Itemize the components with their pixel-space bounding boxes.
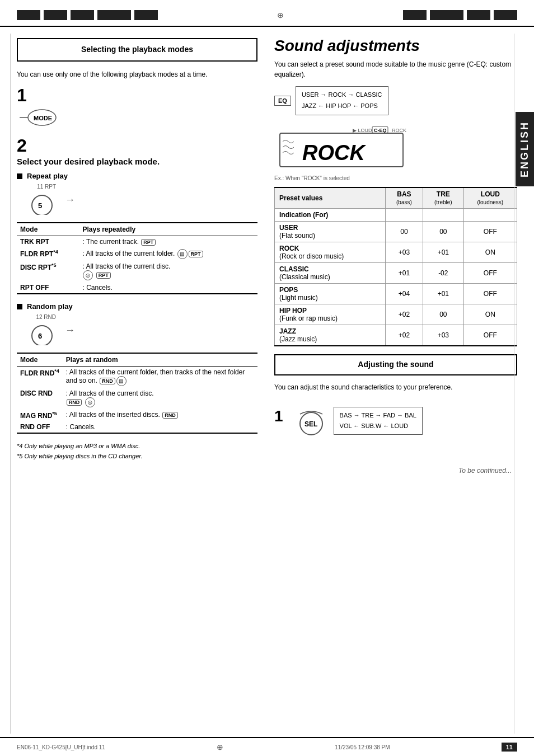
rpt-badge-disc: RPT xyxy=(96,272,111,279)
repeat-play-table: Mode Plays repeatedly TRK RPT : The curr… xyxy=(17,222,257,294)
rpt-badge-trk: RPT xyxy=(141,239,156,246)
rnd-badge-area: 12 RND 6 xyxy=(28,314,56,347)
mag-rnd-desc: : All tracks of the inserted discs. RND xyxy=(63,409,257,421)
preset-table-row: USER(Flat sound) 00 00 OFF xyxy=(275,221,517,242)
language-tab: ENGLISH xyxy=(516,112,534,186)
mode-button-illus: MODE xyxy=(17,106,62,129)
bottom-timestamp: 11/23/05 12:09:38 PM xyxy=(335,744,390,750)
trk-rpt-desc: : The current track. RPT xyxy=(79,236,257,248)
top-bar-rect-3 xyxy=(71,10,94,20)
random-arrow: → xyxy=(65,325,75,336)
random-play-illus: 12 RND 6 → xyxy=(17,314,257,347)
right-column: Sound adjustments You can select a prese… xyxy=(274,38,517,461)
repeat-arrow: → xyxy=(65,194,75,206)
sel-flow-line1: BAS → TRE → FAD → BAL xyxy=(340,410,416,421)
preset-row-name: ROCK(Rock or disco music) xyxy=(275,242,386,262)
disc-rpt-desc: : All tracks of the current disc. ◎ RPT xyxy=(79,261,257,282)
margin-line-left xyxy=(10,34,11,734)
rock-device-outer: ▶ LOUD C-EQ ROCK ROCK xyxy=(274,122,409,174)
registration-mark-top: ⊕ xyxy=(277,11,284,20)
preset-row-tre: 00 xyxy=(423,304,463,325)
mode-rpt-off: RPT OFF xyxy=(17,282,79,294)
preset-bas-col xyxy=(385,208,423,221)
svg-text:MODE: MODE xyxy=(34,115,52,121)
rpt-circle-btn: 5 xyxy=(28,190,56,215)
preset-row-bas: +03 xyxy=(385,242,423,262)
disc-icon-rnd: ◎ xyxy=(85,397,95,407)
top-bar-rect-5 xyxy=(134,10,158,20)
top-bar-rect-6 xyxy=(403,10,427,20)
preset-table-row: JAZZ(Jazz music) +02 +03 OFF xyxy=(275,325,517,346)
eq-diagram-area: EQ USER → ROCK → CLASSIC JAZZ ← HIP HOP … xyxy=(274,86,517,115)
mode-fldr-rpt: FLDR RPT*4 xyxy=(17,247,79,261)
fldr-rpt-desc: : All tracks of the current folder. ▤RPT xyxy=(79,247,257,261)
page-number: 11 xyxy=(502,743,517,752)
preset-row-loud: OFF xyxy=(463,221,517,242)
preset-row-bas: +04 xyxy=(385,283,423,304)
preset-row-bas: +02 xyxy=(385,325,423,346)
top-bar-rect-4 xyxy=(97,10,131,20)
preset-row-name: HIP HOP(Funk or rap music) xyxy=(275,304,386,325)
step2-number: 2 xyxy=(17,137,257,154)
random-col-mode: Mode xyxy=(17,353,63,367)
top-bar-rect-2 xyxy=(44,10,67,20)
adjusting-sound-box: Adjusting the sound xyxy=(274,354,517,375)
rock-caption: Ex.: When "ROCK" is selected xyxy=(274,175,517,181)
preset-row-name: JAZZ(Jazz music) xyxy=(275,325,386,346)
step2-title: Select your desired playback mode. xyxy=(17,157,257,166)
svg-text:C-EQ: C-EQ xyxy=(374,128,387,133)
mode-trk-rpt: TRK RPT xyxy=(17,236,79,248)
preset-row-tre: -02 xyxy=(423,262,463,283)
preset-row-tre: +01 xyxy=(423,242,463,262)
preset-row-tre: +03 xyxy=(423,325,463,346)
repeat-play-label: Repeat play xyxy=(27,172,68,180)
preset-row-bas: +01 xyxy=(385,262,423,283)
table-row: RND OFF : Cancels. xyxy=(17,421,257,433)
repeat-col-plays: Plays repeatedly xyxy=(79,223,257,236)
eq-flow-line1: USER → ROCK → CLASSIC xyxy=(302,90,382,101)
footnotes: *4 Only while playing an MP3 or a WMA di… xyxy=(17,442,257,461)
preset-table-row: ROCK(Rock or disco music) +03 +01 ON xyxy=(275,242,517,262)
fldr-rnd-desc: : All tracks of the current folder, then… xyxy=(63,367,257,388)
table-row: FLDR RND*4 : All tracks of the current f… xyxy=(17,367,257,388)
preset-table-row: CLASSIC(Classical music) +01 -02 OFF xyxy=(275,262,517,283)
mode-fldr-rnd: FLDR RND*4 xyxy=(17,367,63,388)
mode-disc-rnd: DISC RND xyxy=(17,388,63,409)
top-bar-rect-7 xyxy=(430,10,463,20)
eq-flow-line2: JAZZ ← HIP HOP ← POPS xyxy=(302,101,382,112)
preset-header-left: Preset values xyxy=(275,187,386,209)
preset-row-bas: 00 xyxy=(385,221,423,242)
top-bar-rect-1 xyxy=(17,10,40,20)
sel-diagram: SEL BAS → TRE → FAD → BAL VOL ← SUB.W ← … xyxy=(289,406,423,436)
preset-row-bas: +02 xyxy=(385,304,423,325)
preset-row-name: POPS(Light music) xyxy=(275,283,386,304)
preset-values-table: Preset values BAS (bass) TRE (treble) LO… xyxy=(274,187,517,346)
svg-text:ROCK: ROCK xyxy=(302,141,366,165)
rpt-badge-line1: 11 RPT xyxy=(28,184,56,190)
folder-icon: ▤ xyxy=(177,249,188,259)
sound-adjustments-title: Sound adjustments xyxy=(274,38,517,54)
preset-header-tre: TRE (treble) xyxy=(423,187,463,209)
main-content: Selecting the playback modes You can use… xyxy=(0,27,534,467)
preset-row-name: USER(Flat sound) xyxy=(275,221,386,242)
mode-mag-rnd: MAG RND*5 xyxy=(17,409,63,421)
rock-display-wrapper: ▶ LOUD C-EQ ROCK ROCK Ex.: When "ROCK" i… xyxy=(274,122,517,181)
preset-row-loud: OFF xyxy=(463,325,517,346)
sel-step-area: 1 SEL BAS → TRE → FAD → BAL VOL ← SUB.W … xyxy=(274,399,517,436)
bottom-bar: EN06-11_KD-G425[U_UH]f.indd 11 ⊕ 11/23/0… xyxy=(0,737,534,756)
footnote-5: *5 Only while playing discs in the CD ch… xyxy=(17,452,257,462)
table-row: DISC RPT*5 : All tracks of the current d… xyxy=(17,261,257,282)
table-row: MAG RND*5 : All tracks of the inserted d… xyxy=(17,409,257,421)
rnd-circle-btn: 6 xyxy=(28,320,56,345)
top-bar-rect-9 xyxy=(494,10,517,20)
eq-flow-box: USER → ROCK → CLASSIC JAZZ ← HIP HOP ← P… xyxy=(296,86,388,115)
preset-row-name: CLASSIC(Classical music) xyxy=(275,262,386,283)
sel-step1-num: 1 xyxy=(274,408,283,424)
rpt-badge-area: 11 RPT 5 xyxy=(28,184,56,217)
step1-number: 1 xyxy=(17,86,257,104)
sound-adjustments-intro: You can select a preset sound mode suita… xyxy=(274,59,517,79)
preset-loud-col xyxy=(463,208,517,221)
preset-header-bas: BAS (bass) xyxy=(385,187,423,209)
folder-icon-rnd: ▤ xyxy=(116,376,127,386)
preset-tre-col xyxy=(423,208,463,221)
